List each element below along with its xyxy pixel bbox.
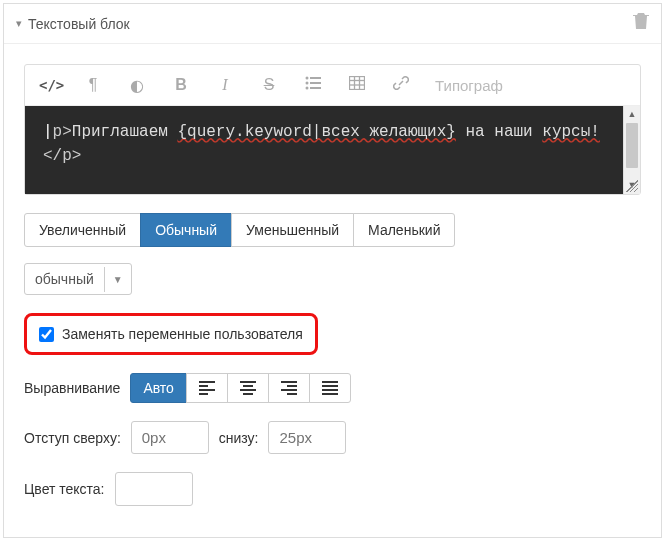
offset-bottom-label: снизу: [219,430,259,446]
list-button[interactable] [303,76,323,94]
align-left-button[interactable] [186,373,228,403]
svg-point-4 [306,87,309,90]
alignment-row: Выравнивание Авто [24,373,641,403]
align-center-icon [240,381,256,395]
svg-rect-1 [310,77,321,79]
replace-variables-row: Заменять переменные пользователя [24,313,318,355]
delete-block-button[interactable] [633,12,649,35]
text-block-panel: ▾ Текстовый блок </> ¶ ◐ B I S [3,3,662,538]
chevron-down-icon: ▾ [16,17,22,30]
align-center-button[interactable] [227,373,269,403]
size-tab-small[interactable]: Маленький [353,213,455,247]
size-tab-normal[interactable]: Обычный [140,213,232,247]
strikethrough-button[interactable]: S [259,76,279,94]
editor-toolbar: </> ¶ ◐ B I S Типограф [25,65,640,106]
paragraph-button[interactable]: ¶ [83,76,103,94]
panel-body: </> ¶ ◐ B I S Типограф |p>Пригла [4,44,661,541]
cursor-caret: | [43,123,53,141]
contrast-button[interactable]: ◐ [127,76,147,95]
svg-rect-6 [350,77,365,90]
trash-icon [633,12,649,30]
svg-rect-3 [310,82,321,84]
offset-bottom-input[interactable] [268,421,346,454]
font-weight-select[interactable]: обычный ▼ [24,263,132,295]
align-right-button[interactable] [268,373,310,403]
text-color-row: Цвет текста: [24,472,641,506]
list-icon [305,76,321,90]
offset-top-label: Отступ сверху: [24,430,121,446]
size-tab-reduced[interactable]: Уменьшенный [231,213,354,247]
code-text: на наши [456,123,542,141]
align-auto-button[interactable]: Авто [130,373,187,403]
code-variable: {query.keyword|всех желающих} [177,123,455,141]
code-text: курсы! [542,123,600,141]
svg-point-2 [306,82,309,85]
replace-variables-label: Заменять переменные пользователя [62,326,303,342]
link-button[interactable] [391,75,411,95]
panel-title: Текстовый блок [28,16,130,32]
panel-header: ▾ Текстовый блок [4,4,661,44]
code-tag-open: p> [53,123,72,141]
code-editor-wrap: |p>Приглашаем {query.keyword|всех желающ… [25,106,640,194]
align-justify-icon [322,381,338,395]
typograph-button[interactable]: Типограф [435,77,503,94]
select-value: обычный [25,264,104,294]
align-left-icon [199,381,215,395]
text-size-tabs: Увеличенный Обычный Уменьшенный Маленьки… [24,213,455,247]
code-view-button[interactable]: </> [39,77,59,93]
resize-handle[interactable] [626,180,638,192]
bold-button[interactable]: B [171,76,191,94]
align-justify-button[interactable] [309,373,351,403]
align-auto-label: Авто [143,380,174,396]
table-icon [349,76,365,90]
svg-rect-5 [310,87,321,89]
alignment-group: Авто [130,373,351,403]
code-editor[interactable]: |p>Приглашаем {query.keyword|всех желающ… [25,106,640,194]
scroll-thumb[interactable] [626,123,638,168]
alignment-label: Выравнивание [24,380,120,396]
select-caret-icon: ▼ [104,267,131,292]
text-color-label: Цвет текста: [24,481,105,497]
code-text: Приглашаем [72,123,178,141]
replace-variables-checkbox[interactable] [39,327,54,342]
italic-button[interactable]: I [215,76,235,94]
offsets-row: Отступ сверху: снизу: [24,421,641,454]
table-button[interactable] [347,76,367,94]
text-color-picker[interactable] [115,472,193,506]
scroll-up-button[interactable]: ▲ [624,106,640,123]
align-right-icon [281,381,297,395]
rich-text-editor: </> ¶ ◐ B I S Типограф |p>Пригла [24,64,641,195]
svg-point-0 [306,77,309,80]
size-tab-enlarged[interactable]: Увеличенный [24,213,141,247]
link-icon [393,75,409,91]
collapse-toggle[interactable]: ▾ Текстовый блок [16,16,130,32]
offset-top-input[interactable] [131,421,209,454]
code-tag-close: </p> [43,147,81,165]
